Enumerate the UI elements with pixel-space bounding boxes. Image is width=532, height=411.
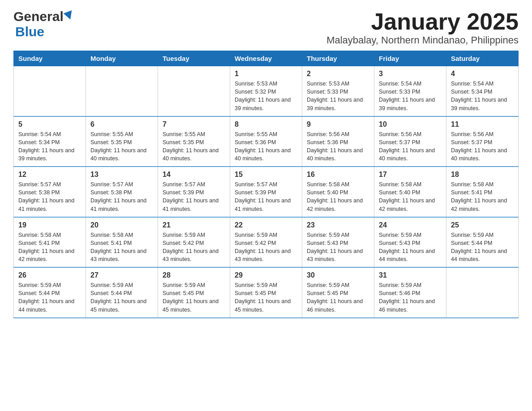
header-friday: Friday [374, 51, 446, 66]
day-number: 26 [18, 271, 81, 279]
calendar-cell: 1Sunrise: 5:53 AMSunset: 5:32 PMDaylight… [230, 66, 302, 116]
day-number: 31 [379, 271, 442, 279]
day-info: Sunrise: 5:59 AMSunset: 5:43 PMDaylight:… [379, 231, 442, 264]
day-number: 20 [90, 221, 153, 229]
day-info: Sunrise: 5:53 AMSunset: 5:32 PMDaylight:… [235, 80, 297, 112]
calendar-week-row: 26Sunrise: 5:59 AMSunset: 5:44 PMDayligh… [14, 267, 519, 318]
day-info: Sunrise: 5:54 AMSunset: 5:34 PMDaylight:… [451, 80, 514, 112]
day-number: 23 [307, 221, 369, 229]
day-number: 2 [307, 70, 369, 78]
header-thursday: Thursday [302, 51, 374, 66]
calendar-week-row: 19Sunrise: 5:58 AMSunset: 5:41 PMDayligh… [14, 217, 519, 268]
day-info: Sunrise: 5:58 AMSunset: 5:40 PMDaylight:… [379, 180, 442, 213]
day-info: Sunrise: 5:58 AMSunset: 5:41 PMDaylight:… [18, 231, 81, 264]
day-number: 28 [163, 271, 225, 279]
calendar-cell: 22Sunrise: 5:59 AMSunset: 5:42 PMDayligh… [230, 217, 302, 268]
title-block: January 2025 Malaybalay, Northern Mindan… [326, 9, 519, 46]
day-info: Sunrise: 5:56 AMSunset: 5:37 PMDaylight:… [379, 130, 442, 163]
calendar-header: SundayMondayTuesdayWednesdayThursdayFrid… [14, 51, 519, 66]
day-info: Sunrise: 5:59 AMSunset: 5:42 PMDaylight:… [235, 231, 297, 264]
day-number: 15 [235, 171, 297, 179]
day-number: 5 [18, 120, 81, 128]
header-saturday: Saturday [446, 51, 519, 66]
day-number: 4 [451, 70, 514, 78]
day-number: 17 [379, 171, 442, 179]
calendar-cell: 15Sunrise: 5:57 AMSunset: 5:39 PMDayligh… [230, 167, 302, 217]
day-info: Sunrise: 5:59 AMSunset: 5:44 PMDaylight:… [90, 281, 153, 314]
day-info: Sunrise: 5:59 AMSunset: 5:44 PMDaylight:… [18, 281, 81, 314]
logo-blue-text: Blue [15, 24, 73, 39]
calendar-cell [86, 66, 158, 116]
day-info: Sunrise: 5:53 AMSunset: 5:33 PMDaylight:… [307, 80, 369, 112]
calendar-cell: 31Sunrise: 5:59 AMSunset: 5:46 PMDayligh… [374, 267, 446, 318]
day-number: 21 [163, 221, 225, 229]
day-info: Sunrise: 5:58 AMSunset: 5:40 PMDaylight:… [307, 180, 369, 213]
calendar-cell: 29Sunrise: 5:59 AMSunset: 5:45 PMDayligh… [230, 267, 302, 318]
calendar-body: 1Sunrise: 5:53 AMSunset: 5:32 PMDaylight… [14, 66, 519, 318]
day-number: 8 [235, 120, 297, 128]
day-number: 3 [379, 70, 442, 78]
calendar-cell: 4Sunrise: 5:54 AMSunset: 5:34 PMDaylight… [446, 66, 519, 116]
calendar-cell: 7Sunrise: 5:55 AMSunset: 5:35 PMDaylight… [158, 116, 230, 167]
day-number: 11 [451, 120, 514, 128]
calendar-cell: 5Sunrise: 5:54 AMSunset: 5:34 PMDaylight… [14, 116, 86, 167]
day-number: 16 [307, 171, 369, 179]
day-info: Sunrise: 5:59 AMSunset: 5:45 PMDaylight:… [307, 281, 369, 314]
calendar-cell [14, 66, 86, 116]
calendar-cell: 6Sunrise: 5:55 AMSunset: 5:35 PMDaylight… [86, 116, 158, 167]
day-info: Sunrise: 5:55 AMSunset: 5:35 PMDaylight:… [90, 130, 153, 163]
day-number: 1 [235, 70, 297, 78]
day-info: Sunrise: 5:56 AMSunset: 5:37 PMDaylight:… [451, 130, 514, 163]
day-info: Sunrise: 5:57 AMSunset: 5:38 PMDaylight:… [90, 180, 153, 213]
day-info: Sunrise: 5:54 AMSunset: 5:33 PMDaylight:… [379, 80, 442, 112]
day-info: Sunrise: 5:59 AMSunset: 5:45 PMDaylight:… [163, 281, 225, 314]
day-info: Sunrise: 5:54 AMSunset: 5:34 PMDaylight:… [18, 130, 81, 163]
calendar-cell: 18Sunrise: 5:58 AMSunset: 5:41 PMDayligh… [446, 167, 519, 217]
day-number: 14 [163, 171, 225, 179]
day-info: Sunrise: 5:57 AMSunset: 5:39 PMDaylight:… [235, 180, 297, 213]
calendar-cell: 8Sunrise: 5:55 AMSunset: 5:36 PMDaylight… [230, 116, 302, 167]
calendar-cell [158, 66, 230, 116]
calendar-cell: 2Sunrise: 5:53 AMSunset: 5:33 PMDaylight… [302, 66, 374, 116]
day-number: 25 [451, 221, 514, 229]
header-wednesday: Wednesday [230, 51, 302, 66]
day-info: Sunrise: 5:57 AMSunset: 5:38 PMDaylight:… [18, 180, 81, 213]
day-number: 7 [163, 120, 225, 128]
calendar-cell [446, 267, 519, 318]
page-header: General Blue January 2025 Malaybalay, No… [13, 9, 519, 46]
header-row: SundayMondayTuesdayWednesdayThursdayFrid… [14, 51, 519, 66]
day-number: 30 [307, 271, 369, 279]
day-info: Sunrise: 5:57 AMSunset: 5:39 PMDaylight:… [163, 180, 225, 213]
day-info: Sunrise: 5:58 AMSunset: 5:41 PMDaylight:… [90, 231, 153, 264]
calendar-cell: 3Sunrise: 5:54 AMSunset: 5:33 PMDaylight… [374, 66, 446, 116]
calendar-cell: 21Sunrise: 5:59 AMSunset: 5:42 PMDayligh… [158, 217, 230, 268]
day-number: 19 [18, 221, 81, 229]
day-number: 9 [307, 120, 369, 128]
calendar-cell: 20Sunrise: 5:58 AMSunset: 5:41 PMDayligh… [86, 217, 158, 268]
calendar-cell: 26Sunrise: 5:59 AMSunset: 5:44 PMDayligh… [14, 267, 86, 318]
calendar-cell: 27Sunrise: 5:59 AMSunset: 5:44 PMDayligh… [86, 267, 158, 318]
day-number: 29 [235, 271, 297, 279]
day-number: 13 [90, 171, 153, 179]
calendar-table: SundayMondayTuesdayWednesdayThursdayFrid… [13, 51, 519, 318]
header-tuesday: Tuesday [158, 51, 230, 66]
calendar-cell: 10Sunrise: 5:56 AMSunset: 5:37 PMDayligh… [374, 116, 446, 167]
calendar-cell: 19Sunrise: 5:58 AMSunset: 5:41 PMDayligh… [14, 217, 86, 268]
day-info: Sunrise: 5:59 AMSunset: 5:46 PMDaylight:… [379, 281, 442, 314]
calendar-cell: 13Sunrise: 5:57 AMSunset: 5:38 PMDayligh… [86, 167, 158, 217]
header-sunday: Sunday [14, 51, 86, 66]
day-number: 6 [90, 120, 153, 128]
day-number: 24 [379, 221, 442, 229]
day-info: Sunrise: 5:55 AMSunset: 5:36 PMDaylight:… [235, 130, 297, 163]
calendar-cell: 25Sunrise: 5:59 AMSunset: 5:44 PMDayligh… [446, 217, 519, 268]
calendar-cell: 9Sunrise: 5:56 AMSunset: 5:36 PMDaylight… [302, 116, 374, 167]
day-info: Sunrise: 5:59 AMSunset: 5:44 PMDaylight:… [451, 231, 514, 264]
calendar-cell: 23Sunrise: 5:59 AMSunset: 5:43 PMDayligh… [302, 217, 374, 268]
calendar-cell: 12Sunrise: 5:57 AMSunset: 5:38 PMDayligh… [14, 167, 86, 217]
day-number: 27 [90, 271, 153, 279]
page-title: January 2025 [326, 9, 519, 34]
calendar-cell: 30Sunrise: 5:59 AMSunset: 5:45 PMDayligh… [302, 267, 374, 318]
calendar-week-row: 5Sunrise: 5:54 AMSunset: 5:34 PMDaylight… [14, 116, 519, 167]
calendar-cell: 24Sunrise: 5:59 AMSunset: 5:43 PMDayligh… [374, 217, 446, 268]
day-info: Sunrise: 5:58 AMSunset: 5:41 PMDaylight:… [451, 180, 514, 213]
